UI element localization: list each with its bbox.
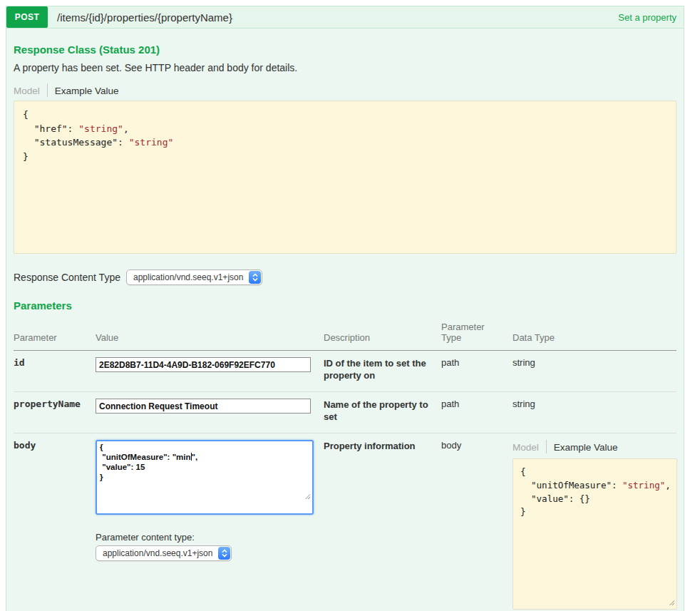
response-example-codebox: { "href": "string", "statusMessage": "st… bbox=[14, 101, 676, 254]
tab-model[interactable]: Model bbox=[513, 442, 539, 453]
parameters-title: Parameters bbox=[14, 300, 676, 312]
response-class-description: A property has been set. See HTTP header… bbox=[14, 62, 676, 74]
parameters-table: Parameter Value Description Parameter Ty… bbox=[14, 316, 676, 611]
body-example-codebox: { "unitOfMeasure": "string", "value": {}… bbox=[513, 458, 677, 610]
response-content-type-label: Response Content Type bbox=[14, 272, 120, 283]
response-content-type-value: application/vnd.seeq.v1+json bbox=[127, 272, 249, 282]
parameter-content-type-value: application/vnd.seeq.v1+json bbox=[96, 548, 218, 558]
operation-content: Response Class (Status 201) A property h… bbox=[6, 28, 684, 611]
param-row-body: body { "unitOfMeasure": "min", "value": … bbox=[14, 433, 676, 611]
param-type: path bbox=[441, 351, 513, 392]
param-name: body bbox=[14, 433, 96, 611]
response-class-tabs: Model Example Value bbox=[14, 83, 676, 98]
param-data-type: string bbox=[513, 351, 676, 392]
parameter-content-type-select[interactable]: application/vnd.seeq.v1+json bbox=[96, 545, 232, 561]
http-method-post-button[interactable]: POST bbox=[6, 6, 48, 28]
param-name: id bbox=[14, 351, 96, 392]
parameter-content-type-label: Parameter content type: bbox=[96, 532, 324, 543]
propertyname-value-input[interactable] bbox=[96, 399, 311, 414]
select-up-down-icon bbox=[218, 547, 230, 560]
resize-handle-icon[interactable] bbox=[268, 482, 311, 512]
param-description: ID of the item to set the property on bbox=[324, 351, 441, 392]
param-type: body bbox=[441, 433, 513, 611]
response-content-type-select[interactable]: application/vnd.seeq.v1+json bbox=[126, 269, 262, 285]
param-description: Property information bbox=[324, 433, 441, 611]
body-text-before-caret: { "unitOfMeasure": "min bbox=[100, 443, 191, 461]
resize-handle-icon[interactable] bbox=[669, 597, 675, 608]
col-value: Value bbox=[96, 316, 324, 351]
param-type: path bbox=[441, 392, 513, 433]
param-row-propertyname: propertyName Name of the property to set… bbox=[14, 392, 676, 433]
tab-divider bbox=[47, 83, 48, 97]
body-model-tabs: Model Example Value bbox=[513, 440, 676, 454]
tab-model[interactable]: Model bbox=[14, 86, 40, 96]
col-data-type: Data Type bbox=[513, 316, 676, 351]
param-row-id: id ID of the item to set the property on… bbox=[14, 351, 676, 392]
param-name: propertyName bbox=[14, 392, 96, 433]
tab-divider bbox=[546, 440, 547, 453]
col-parameter-type: Parameter Type bbox=[441, 316, 513, 351]
col-description: Description bbox=[324, 316, 441, 351]
api-operation-panel: POST /items/{id}/properties/{propertyNam… bbox=[6, 6, 684, 611]
operation-summary-link[interactable]: Set a property bbox=[618, 12, 676, 23]
tab-example-value[interactable]: Example Value bbox=[55, 86, 119, 96]
select-up-down-icon bbox=[249, 271, 261, 284]
col-parameter: Parameter bbox=[14, 316, 96, 351]
tab-example-value[interactable]: Example Value bbox=[554, 442, 618, 453]
param-description: Name of the property to set bbox=[324, 392, 441, 433]
response-content-type-row: Response Content Type application/vnd.se… bbox=[14, 269, 676, 285]
parameters-header-row: Parameter Value Description Parameter Ty… bbox=[14, 316, 676, 351]
endpoint-path-link[interactable]: /items/{id}/properties/{propertyName} bbox=[57, 11, 232, 24]
param-data-type: string bbox=[513, 392, 676, 433]
response-class-title: Response Class (Status 201) bbox=[14, 44, 676, 56]
body-value-textarea[interactable]: { "unitOfMeasure": "min", "value": 15 } bbox=[96, 440, 314, 515]
id-value-input[interactable] bbox=[96, 357, 311, 372]
param-data-type-model: Model Example Value { "unitOfMeasure": "… bbox=[513, 433, 676, 611]
operation-heading: POST /items/{id}/properties/{propertyNam… bbox=[6, 6, 684, 28]
